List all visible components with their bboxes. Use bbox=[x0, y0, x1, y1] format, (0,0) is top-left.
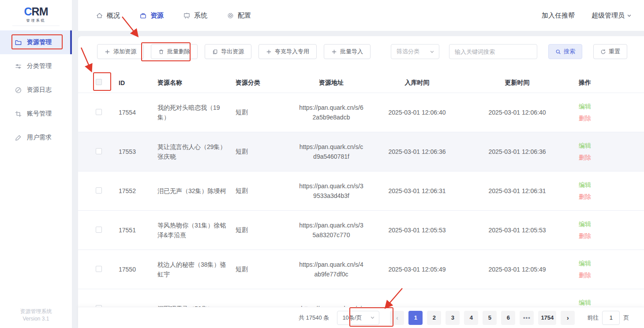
row-checkbox[interactable] bbox=[96, 227, 102, 233]
gear-icon bbox=[227, 12, 234, 19]
batch-delete-button[interactable]: 批量删除 bbox=[151, 44, 198, 59]
sidebar-item-resource-management[interactable]: 资源管理 bbox=[0, 30, 72, 54]
add-resource-button[interactable]: 添加资源 bbox=[97, 44, 144, 59]
cell-resource-name: 等风热吻你（31集）徐铭泽&李沿熹 bbox=[157, 220, 230, 240]
page-size-select[interactable]: 10条/页 bbox=[337, 311, 379, 325]
button-label: 搜索 bbox=[564, 48, 575, 56]
goto-suffix: 页 bbox=[623, 314, 629, 322]
tab-label: 概况 bbox=[107, 11, 120, 20]
page-button-2[interactable]: 2 bbox=[427, 311, 441, 325]
prev-page-button[interactable]: ‹ bbox=[390, 311, 404, 325]
sidebar-item-resource-log[interactable]: 资源日志 bbox=[0, 78, 72, 102]
cell-resource-url: https://pan.quark.cn/s/62a5b9e8adcb bbox=[298, 103, 364, 122]
version-number: Version 3.1 bbox=[0, 315, 72, 323]
column-header-category: 资源分类 bbox=[236, 79, 293, 87]
delete-link[interactable]: 删除 bbox=[579, 272, 618, 280]
page-button-1[interactable]: 1 bbox=[408, 311, 423, 325]
sidebar: CRM 管理系统 资源管理 分类管理 资源日志 bbox=[0, 0, 72, 328]
box-icon bbox=[139, 12, 147, 19]
row-checkbox[interactable] bbox=[96, 109, 102, 115]
row-checkbox[interactable] bbox=[96, 266, 102, 272]
total-count: 共 17540 条 bbox=[299, 314, 329, 322]
delete-link[interactable]: 删除 bbox=[579, 232, 618, 240]
row-checkbox-cell bbox=[96, 148, 113, 156]
goto-page-input[interactable] bbox=[602, 311, 620, 325]
divider bbox=[12, 26, 60, 26]
category-filter-select[interactable]: 筛选分类 bbox=[391, 44, 439, 59]
export-resource-button[interactable]: 导出资源 bbox=[205, 44, 251, 59]
table-row: 17551等风热吻你（31集）徐铭泽&李沿熹短剧https://pan.quar… bbox=[78, 211, 644, 250]
chevron-down-icon bbox=[430, 49, 434, 54]
join-promo-link[interactable]: 加入任推帮 bbox=[542, 11, 575, 20]
pager-ellipsis[interactable]: ••• bbox=[520, 311, 534, 325]
page-button-3[interactable]: 3 bbox=[446, 311, 460, 325]
cell-category: 短剧 bbox=[236, 265, 293, 273]
delete-link[interactable]: 删除 bbox=[579, 115, 618, 123]
home-icon bbox=[96, 12, 103, 19]
sidebar-item-category-management[interactable]: 分类管理 bbox=[0, 54, 72, 78]
user-name: 超级管理员 bbox=[592, 11, 625, 20]
search-button[interactable]: 搜索 bbox=[548, 44, 582, 59]
tab-config[interactable]: 配置 bbox=[227, 11, 251, 20]
user-menu[interactable]: 超级管理员 bbox=[592, 11, 632, 20]
cell-created-time: 2025-03-01 12:06:40 bbox=[370, 109, 464, 116]
table-header-row: ID 资源名称 资源分类 资源地址 入库时间 更新时间 操作 bbox=[78, 73, 644, 93]
quark-import-button[interactable]: 夸克导入专用 bbox=[258, 44, 317, 59]
page-button-6[interactable]: 6 bbox=[501, 311, 515, 325]
row-checkbox[interactable] bbox=[96, 148, 102, 154]
keyword-search-input[interactable] bbox=[449, 44, 537, 59]
next-page-button[interactable]: › bbox=[561, 311, 575, 325]
table-row: 17554我的死对头暗恋我（19集）短剧https://pan.quark.cn… bbox=[78, 93, 644, 132]
row-checkbox-cell bbox=[96, 187, 113, 195]
tab-overview[interactable]: 概况 bbox=[96, 11, 120, 20]
sidebar-item-label: 分类管理 bbox=[27, 62, 52, 70]
column-header-name: 资源名称 bbox=[157, 79, 230, 87]
cell-updated-time: 2025-03-01 12:06:31 bbox=[470, 187, 565, 194]
header-right: 加入任推帮 超级管理员 bbox=[542, 11, 632, 20]
trash-icon bbox=[158, 49, 164, 55]
goto-label: 前往 bbox=[587, 314, 599, 322]
column-header-id: ID bbox=[119, 79, 152, 86]
cell-actions: 编辑删除 bbox=[570, 181, 618, 201]
cell-resource-name: 莫让流言伤人心（29集）张庆晓 bbox=[157, 142, 230, 161]
edit-link[interactable]: 编辑 bbox=[579, 103, 618, 111]
edit-link[interactable]: 编辑 bbox=[579, 181, 618, 189]
delete-link[interactable]: 删除 bbox=[579, 154, 618, 162]
sliders-icon bbox=[15, 63, 22, 70]
sidebar-item-account-management[interactable]: 账号管理 bbox=[0, 102, 72, 126]
sidebar-item-user-demand[interactable]: 用户需求 bbox=[0, 126, 72, 149]
sidebar-item-label: 用户需求 bbox=[27, 134, 52, 142]
page-button-5[interactable]: 5 bbox=[483, 311, 497, 325]
cell-actions: 编辑删除 bbox=[570, 220, 618, 240]
cell-id: 17552 bbox=[119, 187, 152, 194]
cell-id: 17551 bbox=[119, 227, 152, 234]
edit-link[interactable]: 编辑 bbox=[579, 220, 618, 228]
edit-link[interactable]: 编辑 bbox=[579, 260, 618, 268]
delete-link[interactable]: 删除 bbox=[579, 193, 618, 201]
cell-category: 短剧 bbox=[236, 226, 293, 234]
tab-resources[interactable]: 资源 bbox=[139, 11, 164, 20]
cell-created-time: 2025-03-01 12:05:53 bbox=[370, 227, 464, 234]
row-checkbox-cell bbox=[96, 109, 113, 116]
row-checkbox[interactable] bbox=[96, 187, 102, 194]
chevron-down-icon bbox=[370, 315, 375, 320]
tab-system[interactable]: 系统 bbox=[183, 11, 207, 20]
edit-link[interactable]: 编辑 bbox=[579, 142, 618, 150]
row-checkbox-cell bbox=[96, 227, 113, 234]
reset-button[interactable]: 重置 bbox=[593, 44, 627, 59]
top-nav: 概况 资源 系统 配置 bbox=[96, 11, 251, 20]
refresh-icon bbox=[600, 49, 606, 55]
logo: CRM 管理系统 bbox=[0, 0, 72, 26]
button-label: 导出资源 bbox=[221, 48, 244, 56]
page-button-4[interactable]: 4 bbox=[464, 311, 478, 325]
column-header-updated: 更新时间 bbox=[470, 79, 565, 87]
page-button-1754[interactable]: 1754 bbox=[538, 311, 556, 325]
button-label: 批量删除 bbox=[167, 48, 190, 56]
pagination-bar: 共 17540 条 10条/页 ‹ 123456•••1754 › 前往 页 bbox=[78, 307, 644, 328]
edit-link[interactable]: 编辑 bbox=[579, 299, 618, 307]
search-icon bbox=[555, 49, 561, 55]
filter-controls: 筛选分类 搜索 重置 bbox=[391, 44, 627, 59]
cell-id: 17554 bbox=[119, 109, 152, 116]
batch-import-button[interactable]: 批量导入 bbox=[324, 44, 371, 59]
select-all-checkbox[interactable] bbox=[96, 79, 102, 85]
